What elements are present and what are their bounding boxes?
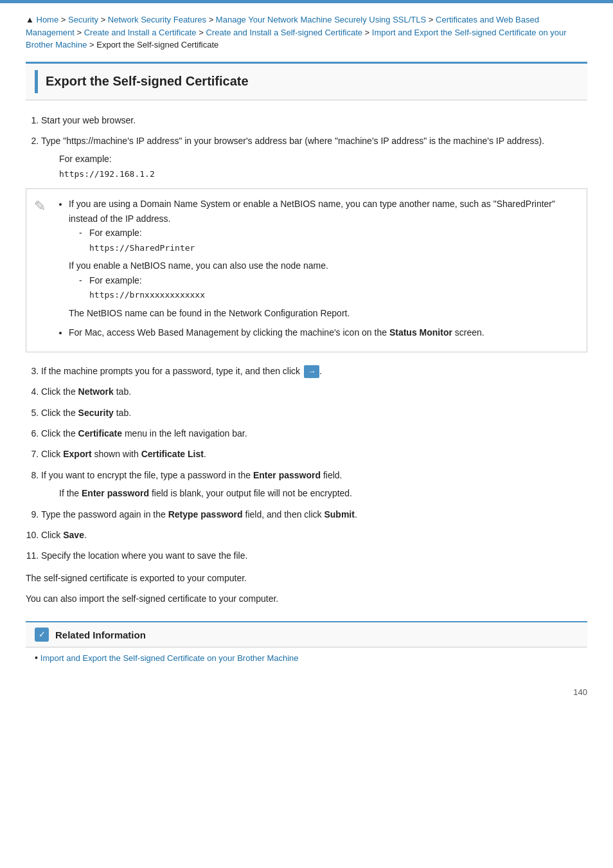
related-title: Related Information (55, 629, 146, 640)
step-6: Click the Certificate menu in the left n… (41, 426, 587, 440)
step-11: Specify the location where you want to s… (41, 548, 587, 563)
breadcrumb-current: Export the Self-signed Certificate (96, 40, 218, 50)
step-8-sub: If the Enter password field is blank, yo… (59, 486, 587, 500)
step-4: Click the Network tab. (41, 384, 587, 399)
step-2-url: https://192.168.1.2 (59, 168, 587, 181)
related-links: • Import and Export the Self-signed Cert… (35, 653, 587, 668)
home-icon: ▲ (26, 15, 34, 24)
breadcrumb-security[interactable]: Security (68, 15, 98, 24)
step-1: Start your web browser. (41, 113, 587, 127)
breadcrumb-nsf[interactable]: Network Security Features (108, 15, 206, 24)
para-1: The self-signed certificate is exported … (26, 571, 587, 585)
page-number: 140 (26, 687, 587, 697)
note-sub-example-2: For example: https://brnxxxxxxxxxxxx (79, 273, 576, 302)
note-url-2: https://brnxxxxxxxxxxxx (89, 290, 205, 300)
breadcrumb-self-signed[interactable]: Create and Install a Self-signed Certifi… (206, 28, 362, 37)
note-extra-2: The NetBIOS name can be found in the Net… (69, 306, 576, 320)
step-2-text: Type "https://machine's IP address" in y… (41, 136, 544, 146)
step-10: Click Save. (41, 528, 587, 542)
checkmark-icon: ✓ (35, 628, 49, 642)
breadcrumb-create-install[interactable]: Create and Install a Certificate (84, 28, 197, 37)
step-2-for-example: For example: (59, 152, 587, 166)
step-8: If you want to encrypt the file, type a … (41, 468, 587, 501)
step-3: If the machine prompts you for a passwor… (41, 364, 587, 378)
page-title: Export the Self-signed Certificate (46, 74, 249, 89)
step-7: Click Export shown with Certificate List… (41, 447, 587, 461)
pencil-icon: ✎ (34, 198, 46, 215)
related-bullet: • (35, 653, 40, 663)
step-9: Type the password again in the Retype pa… (41, 507, 587, 521)
arrow-button: → (304, 365, 319, 378)
page-title-section: Export the Self-signed Certificate (26, 62, 587, 100)
para-2: You can also import the self-signed cert… (26, 592, 587, 606)
note-bullet-1: If you are using a Domain Name System or… (69, 197, 576, 320)
related-link-1[interactable]: Import and Export the Self-signed Certif… (40, 653, 299, 663)
step-1-text: Start your web browser. (41, 115, 136, 125)
breadcrumb-sep: > (61, 15, 68, 24)
breadcrumb-home[interactable]: Home (37, 15, 59, 24)
note-item-1: If you are using a Domain Name System or… (58, 197, 576, 339)
blue-bar (35, 70, 38, 93)
steps-list: Start your web browser. Type "https://ma… (41, 113, 587, 181)
breadcrumb: ▲ Home > Security > Network Security Fea… (26, 14, 587, 51)
step-2: Type "https://machine's IP address" in y… (41, 134, 587, 181)
step-5: Click the Security tab. (41, 406, 587, 420)
steps-list-2: If the machine prompts you for a passwor… (41, 364, 587, 563)
note-url-1: https://SharedPrinter (89, 243, 195, 253)
note-box: ✎ If you are using a Domain Name System … (26, 188, 587, 352)
related-section: ✓ Related Information (26, 621, 587, 647)
note-sub-example-1: For example: https://SharedPrinter (79, 226, 576, 255)
note-extra-1: If you enable a NetBIOS name, you can al… (69, 258, 576, 273)
step-3-text: If the machine prompts you for a passwor… (41, 366, 303, 376)
breadcrumb-manage[interactable]: Manage Your Network Machine Securely Usi… (216, 15, 426, 24)
step-2-example: For example: https://192.168.1.2 (59, 152, 587, 181)
note-bullet-2: For Mac, access Web Based Management by … (69, 325, 576, 339)
